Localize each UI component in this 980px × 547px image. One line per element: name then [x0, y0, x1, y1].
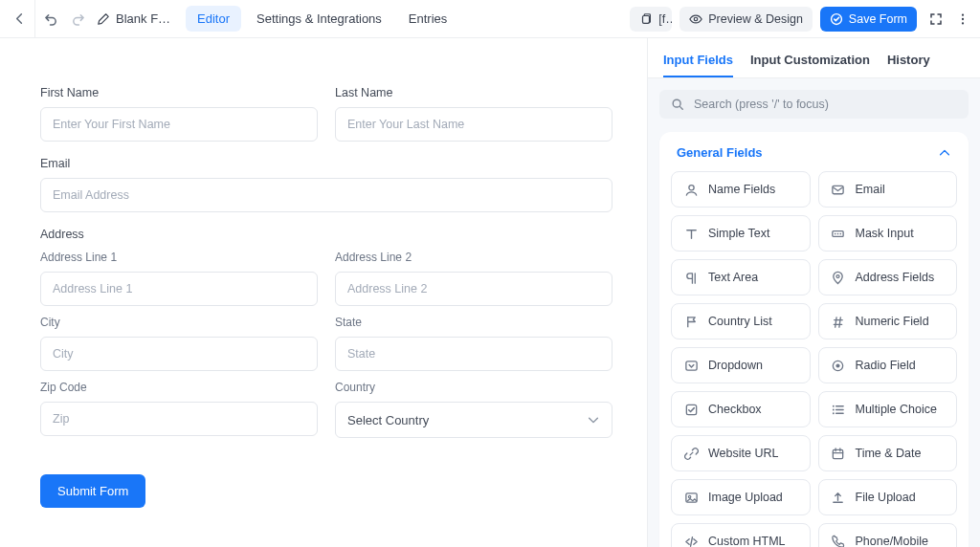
addr2-label: Address Line 2: [335, 251, 612, 264]
state-input[interactable]: State: [335, 337, 612, 371]
field-type-label: Mask Input: [856, 227, 914, 240]
first-name-input[interactable]: Enter Your First Name: [40, 107, 318, 142]
field-type-label: Phone/Mobile: [856, 535, 928, 547]
hash-icon: [831, 314, 846, 329]
group-title: General Fields: [677, 145, 763, 160]
field-type-phone-mobile[interactable]: Phone/Mobile: [818, 523, 958, 547]
image-icon: [683, 490, 699, 505]
field-type-label: File Upload: [856, 491, 916, 504]
country-label: Country: [335, 381, 612, 394]
dropdown-icon: [683, 358, 699, 373]
undo-button[interactable]: [37, 6, 64, 33]
field-type-country-list[interactable]: Country List: [671, 303, 811, 339]
link-icon: [683, 446, 699, 461]
search-icon: [671, 98, 684, 111]
topbar: Blank F… Editor Settings & Integrations …: [0, 0, 980, 38]
more-menu-button[interactable]: [955, 12, 970, 26]
address-section-label: Address: [40, 228, 612, 241]
topbar-actions: [f… Preview & Design Save Form: [630, 7, 974, 32]
state-label: State: [335, 316, 612, 329]
tab-editor[interactable]: Editor: [186, 6, 241, 32]
field-type-address-fields[interactable]: Address Fields: [818, 259, 958, 295]
last-name-input[interactable]: Enter Your Last Name: [335, 107, 612, 142]
field-type-label: Address Fields: [856, 271, 935, 284]
field-type-label: Website URL: [708, 447, 778, 460]
tab-history[interactable]: History: [887, 53, 930, 77]
name-fields-row: First Name Enter Your First Name Last Na…: [40, 86, 612, 142]
main-nav: Editor Settings & Integrations Entries: [186, 6, 458, 32]
zip-input[interactable]: Zip: [40, 402, 318, 436]
addr2-input[interactable]: Address Line 2: [335, 272, 612, 306]
field-type-website-url[interactable]: Website URL: [671, 435, 811, 471]
field-type-label: Checkbox: [708, 403, 762, 416]
field-type-label: Time & Date: [856, 447, 922, 460]
field-type-numeric-field[interactable]: Numeric Field: [818, 303, 958, 339]
field-grid: Name FieldsEmailSimple TextMask InputTex…: [671, 171, 957, 547]
divider: [34, 0, 35, 38]
check-circle-icon: [830, 12, 843, 26]
mail-icon: [831, 182, 846, 197]
field-type-label: Email: [856, 183, 885, 196]
chevron-down-icon: [587, 413, 600, 427]
email-label: Email: [40, 157, 612, 170]
field-type-dropdown[interactable]: Dropdown: [671, 347, 811, 383]
field-type-multiple-choice[interactable]: Multiple Choice: [818, 391, 958, 427]
country-selected: Select Country: [347, 413, 429, 427]
tab-input-customization[interactable]: Input Customization: [750, 53, 870, 77]
field-type-label: Multiple Choice: [856, 403, 937, 416]
form-name-text: Blank F…: [116, 11, 170, 26]
shortcode-button[interactable]: [f…: [630, 7, 672, 32]
back-button[interactable]: [6, 6, 33, 33]
field-type-time-date[interactable]: Time & Date: [818, 435, 958, 471]
redo-button[interactable]: [64, 6, 91, 33]
tab-input-fields[interactable]: Input Fields: [663, 53, 733, 77]
search-placeholder: Search (press '/' to focus): [694, 98, 829, 111]
collapse-icon[interactable]: [938, 146, 951, 160]
check-icon: [683, 402, 699, 417]
side-tabs: Input Fields Input Customization History: [648, 38, 980, 78]
field-type-radio-field[interactable]: Radio Field: [818, 347, 958, 383]
field-type-email[interactable]: Email: [818, 171, 958, 208]
field-type-label: Dropdown: [708, 359, 763, 372]
shortcode-label: [f…: [658, 12, 672, 26]
phone-icon: [831, 534, 846, 547]
text-icon: [683, 226, 699, 241]
tab-settings[interactable]: Settings & Integrations: [245, 6, 393, 32]
field-type-simple-text[interactable]: Simple Text: [671, 215, 811, 252]
eye-icon: [689, 12, 702, 26]
country-select[interactable]: Select Country: [335, 402, 612, 438]
general-fields-group: General Fields Name FieldsEmailSimple Te…: [659, 132, 969, 547]
city-input[interactable]: City: [40, 337, 318, 371]
submit-button[interactable]: Submit Form: [40, 474, 145, 508]
fullscreen-button[interactable]: [924, 11, 947, 27]
submit-button-label: Submit Form: [57, 484, 128, 498]
field-type-image-upload[interactable]: Image Upload: [671, 479, 811, 515]
addr1-label: Address Line 1: [40, 251, 318, 264]
tab-entries[interactable]: Entries: [397, 6, 458, 32]
field-type-name-fields[interactable]: Name Fields: [671, 171, 811, 208]
email-input[interactable]: Email Address: [40, 178, 612, 212]
save-button[interactable]: Save Form: [820, 7, 917, 32]
copy-icon: [639, 12, 653, 26]
field-type-mask-input[interactable]: Mask Input: [818, 215, 958, 252]
user-icon: [683, 182, 699, 197]
pencil-icon: [97, 12, 110, 26]
field-type-file-upload[interactable]: File Upload: [818, 479, 958, 515]
calendar-icon: [831, 446, 846, 461]
preview-button[interactable]: Preview & Design: [679, 7, 813, 32]
field-search-input[interactable]: Search (press '/' to focus): [659, 90, 969, 119]
save-label: Save Form: [849, 12, 907, 26]
field-type-label: Radio Field: [856, 359, 916, 372]
addr1-input[interactable]: Address Line 1: [40, 272, 318, 306]
pin-icon: [831, 270, 846, 285]
form-name[interactable]: Blank F…: [97, 11, 170, 26]
preview-label: Preview & Design: [708, 12, 803, 26]
first-name-label: First Name: [40, 86, 318, 99]
city-label: City: [40, 316, 318, 329]
field-type-custom-html[interactable]: Custom HTML: [671, 523, 811, 547]
field-type-checkbox[interactable]: Checkbox: [671, 391, 811, 427]
field-type-text-area[interactable]: Text Area: [671, 259, 811, 295]
list-icon: [831, 402, 846, 417]
upload-icon: [831, 490, 846, 505]
form-canvas[interactable]: First Name Enter Your First Name Last Na…: [0, 38, 647, 547]
